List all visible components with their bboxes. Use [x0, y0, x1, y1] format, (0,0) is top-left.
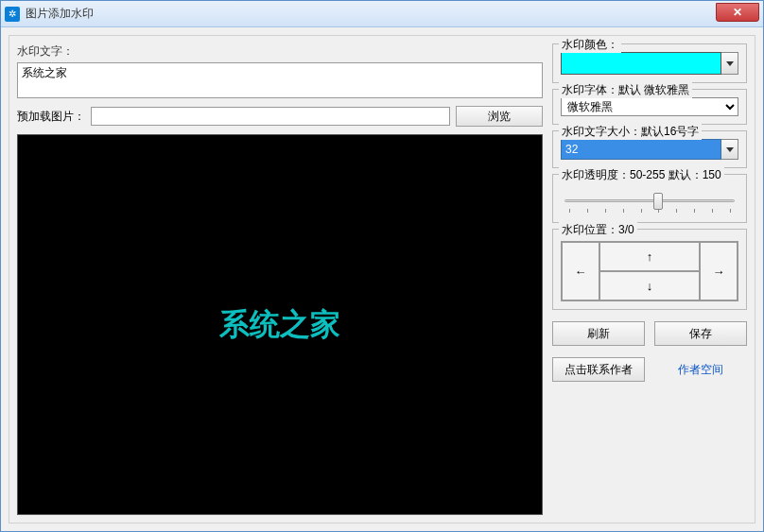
opacity-slider-wrap [561, 182, 738, 215]
watermark-text-input[interactable] [17, 62, 543, 98]
position-left-button[interactable]: ← [562, 242, 599, 300]
opacity-group: 水印透明度：50-255 默认：150 [552, 174, 747, 223]
font-select[interactable]: 微软雅黑 [561, 97, 738, 116]
preview-watermark-text: 系统之家 [219, 304, 340, 346]
font-group-label: 水印字体：默认 微软雅黑 [559, 82, 692, 98]
color-swatch [561, 52, 721, 75]
right-column: 水印颜色： 水印字体：默认 微软雅黑 微软雅黑 水印文字大小：默 [552, 43, 747, 515]
close-button[interactable]: ✕ [716, 3, 759, 22]
author-space-link[interactable]: 作者空间 [654, 357, 747, 382]
arrow-down-icon: ↓ [647, 279, 653, 293]
fontsize-group-label: 水印文字大小：默认16号字 [559, 124, 702, 140]
position-down-button[interactable]: ↓ [599, 271, 700, 300]
client-area: 水印文字： 预加载图片： 浏览 系统之家 水印颜色： [1, 27, 763, 531]
browse-button[interactable]: 浏览 [456, 106, 543, 127]
arrow-up-icon: ↑ [647, 249, 653, 264]
contact-author-button[interactable]: 点击联系作者 [552, 357, 645, 382]
font-group: 水印字体：默认 微软雅黑 微软雅黑 [552, 89, 747, 125]
app-icon: ✲ [5, 7, 20, 22]
position-up-button[interactable]: ↑ [599, 242, 700, 271]
arrow-left-icon: ← [575, 265, 587, 279]
preload-label: 预加载图片： [17, 109, 85, 125]
fontsize-value: 32 [561, 139, 721, 160]
app-window: ✲ 图片添加水印 ✕ 水印文字： 预加载图片： 浏览 系统之家 [0, 0, 764, 532]
color-dropdown[interactable] [561, 52, 738, 75]
save-button[interactable]: 保存 [654, 321, 747, 346]
opacity-slider[interactable] [561, 188, 738, 215]
position-group-label: 水印位置：3/0 [559, 222, 637, 238]
fontsize-group: 水印文字大小：默认16号字 32 [552, 130, 747, 168]
fontsize-dropdown[interactable]: 32 [561, 139, 738, 160]
inner-frame: 水印文字： 预加载图片： 浏览 系统之家 水印颜色： [9, 35, 755, 523]
watermark-text-label: 水印文字： [17, 43, 543, 60]
refresh-button[interactable]: 刷新 [552, 321, 645, 346]
preload-row: 预加载图片： 浏览 [17, 106, 543, 127]
chevron-down-icon [726, 147, 734, 152]
position-grid: ← ↑ → ↓ [561, 241, 738, 301]
slider-track-line [564, 199, 735, 202]
titlebar: ✲ 图片添加水印 ✕ [1, 1, 763, 27]
color-group-label: 水印颜色： [559, 37, 621, 53]
preview-area: 系统之家 [17, 134, 543, 515]
opacity-group-label: 水印透明度：50-255 默认：150 [559, 167, 724, 183]
preload-path-input[interactable] [91, 107, 450, 126]
color-group: 水印颜色： [552, 43, 747, 83]
color-dropdown-button[interactable] [721, 52, 738, 75]
close-icon: ✕ [733, 6, 742, 19]
left-column: 水印文字： 预加载图片： 浏览 系统之家 [17, 43, 543, 515]
position-group: 水印位置：3/0 ← ↑ → ↓ [552, 229, 747, 310]
chevron-down-icon [726, 61, 734, 66]
position-right-button[interactable]: → [700, 242, 738, 300]
fontsize-dropdown-button[interactable] [721, 139, 738, 160]
arrow-right-icon: → [713, 265, 725, 279]
link-row: 点击联系作者 作者空间 [552, 357, 747, 382]
slider-thumb[interactable] [653, 193, 663, 210]
action-row: 刷新 保存 [552, 321, 747, 346]
window-title: 图片添加水印 [26, 6, 716, 22]
